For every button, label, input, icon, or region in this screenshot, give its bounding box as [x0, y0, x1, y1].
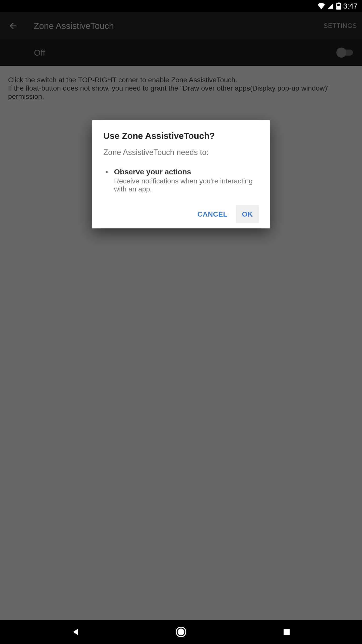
dialog-actions: CANCEL OK — [103, 205, 206, 223]
dialog-title: Use Zone AssistiveTouch? — [103, 131, 206, 141]
permission-heading: Observe your actions — [114, 168, 206, 176]
bullet-icon: • — [106, 168, 108, 193]
permission-item: • Observe your actions Receive notificat… — [103, 168, 206, 193]
dialog-subtitle: Zone AssistiveTouch needs to: — [103, 148, 206, 157]
dialog-layer: Use Zone AssistiveTouch? Zone AssistiveT… — [0, 12, 206, 366]
permission-description: Receive notifications when you're intera… — [114, 177, 206, 193]
cancel-button[interactable]: CANCEL — [192, 205, 206, 223]
status-bar: 70 3:47 — [0, 0, 206, 12]
permission-dialog: Use Zone AssistiveTouch? Zone AssistiveT… — [92, 120, 206, 228]
